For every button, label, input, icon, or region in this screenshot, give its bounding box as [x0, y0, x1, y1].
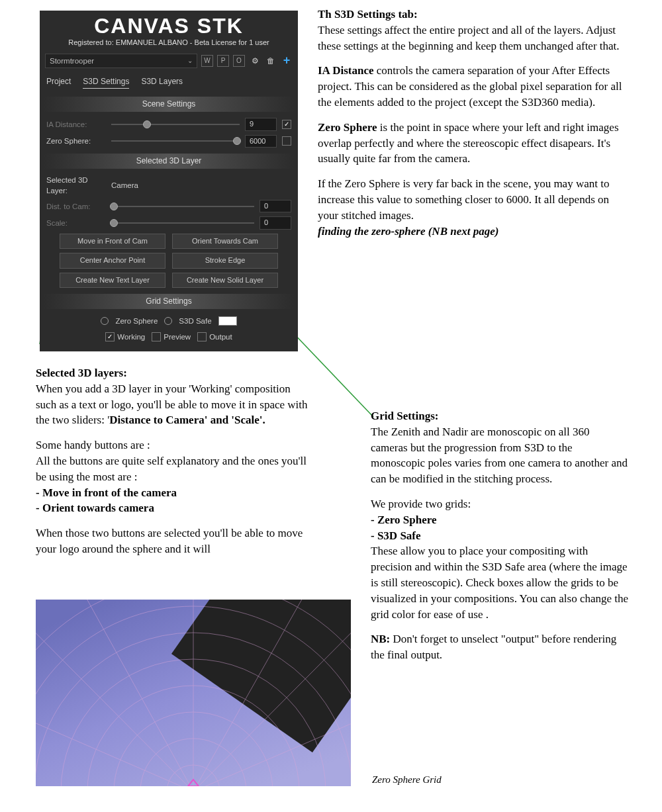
zero-heading: Zero Sphere [318, 121, 377, 134]
project-dropdown[interactable]: Stormtrooper ⌄ [45, 54, 197, 68]
grid-p2: We provide two grids: [371, 498, 471, 510]
article-left-mid: Selected 3D layers: When you add a 3D la… [36, 365, 314, 566]
ia-heading: IA Distance [318, 64, 374, 77]
image-caption: Zero Sphere Grid [372, 773, 442, 787]
svg-line-16 [36, 666, 193, 786]
move-front-button[interactable]: Move in Front of Cam [60, 234, 166, 249]
selected-layers-p4: When those two buttons are selected you'… [36, 527, 303, 555]
zero-sphere-radio[interactable] [101, 317, 109, 325]
selected-layers-li2: - Orient towards camera [36, 502, 154, 514]
panel-logo: CANVAS STK [44, 15, 294, 38]
zero-p4: If the Zero Sphere is very far back in t… [318, 177, 609, 222]
grid-heading: Grid Settings: [371, 410, 438, 422]
preview-label: Preview [164, 332, 191, 342]
grid-settings-header: Grid Settings [44, 294, 294, 309]
selected-layer-value: Camera [111, 180, 138, 191]
grid-p1: The Zenith and Nadir are monoscopic on a… [371, 426, 628, 485]
zero-sphere-slider[interactable] [111, 140, 240, 142]
grid-nb: NB: [371, 633, 390, 645]
new-text-button[interactable]: Create New Text Layer [60, 273, 166, 288]
project-name: Stormtrooper [50, 56, 94, 66]
dist-to-cam-label: Dist. to Cam: [46, 201, 106, 212]
dist-to-cam-value[interactable]: 0 [260, 200, 291, 212]
new-solid-button[interactable]: Create New Solid Layer [172, 273, 278, 288]
selected-layers-heading: Selected 3D layers: [36, 367, 127, 379]
center-anchor-button[interactable]: Center Anchor Point [60, 253, 166, 268]
ia-distance-checkbox[interactable] [282, 120, 291, 129]
plugin-panel: CANVAS STK Registered to: EMMANUEL ALBAN… [40, 11, 298, 351]
registered-line: Registered to: EMMANUEL ALBANO - Beta Li… [44, 38, 294, 48]
preview-checkbox[interactable] [152, 332, 161, 341]
grid-li1: - Zero Sphere [371, 514, 436, 526]
chevron-down-icon: ⌄ [187, 56, 193, 66]
grid-li2: - S3D Safe [371, 529, 421, 542]
gear-icon[interactable]: ⚙ [249, 55, 261, 67]
article-top-right: Th S3D Settings tab: These settings affe… [318, 7, 629, 248]
selected-layer-header: Selected 3D Layer [44, 154, 294, 169]
p-icon[interactable]: P [217, 55, 229, 67]
s3d-safe-radio-label: S3D Safe [179, 316, 211, 326]
zero-sphere-radio-label: Zero Sphere [115, 316, 158, 326]
tab-project[interactable]: Project [46, 76, 71, 89]
dist-to-cam-slider[interactable] [111, 206, 254, 207]
grid-color-swatch[interactable] [218, 316, 237, 326]
o-icon[interactable]: O [233, 55, 245, 67]
working-label: Working [117, 332, 145, 342]
plus-icon[interactable]: + [281, 55, 293, 67]
zero-sphere-grid-image [36, 600, 351, 786]
grid-p4b: Don't forget to unselect "output" before… [371, 633, 616, 661]
output-label: Output [209, 332, 232, 342]
w-icon[interactable]: W [201, 55, 213, 67]
article-right-mid: Grid Settings: The Zenith and Nadir are … [371, 408, 629, 672]
zero-sphere-checkbox[interactable] [282, 136, 291, 146]
scale-value[interactable]: 0 [260, 216, 291, 229]
trash-icon[interactable]: 🗑 [265, 55, 277, 67]
ia-distance-value[interactable]: 9 [245, 118, 277, 130]
svg-line-15 [193, 600, 320, 786]
svg-line-17 [193, 666, 351, 786]
s3d-safe-radio[interactable] [164, 317, 172, 325]
grid-p3: These allow you to place your compositin… [371, 545, 628, 620]
scene-settings-header: Scene Settings [44, 97, 294, 112]
output-checkbox[interactable] [197, 332, 207, 341]
tab-s3d-layers[interactable]: S3D Layers [141, 76, 183, 89]
selected-layers-p2: Some handy buttons are : [36, 439, 150, 451]
orient-button[interactable]: Orient Towards Cam [172, 234, 278, 249]
svg-line-14 [69, 600, 193, 786]
selected-layer-label: Selected 3D Layer: [46, 175, 106, 196]
ia-distance-slider[interactable] [111, 124, 240, 125]
zero-p4-italic: finding the zero-sphere (NB next page) [318, 225, 498, 238]
scale-label: Scale: [46, 218, 106, 228]
scale-slider[interactable] [111, 222, 254, 224]
s3d-tab-p1: These settings affect the entire project… [318, 24, 620, 52]
ia-distance-label: IA Distance: [46, 119, 106, 130]
zero-sphere-value[interactable]: 6000 [245, 135, 277, 148]
selected-layers-li1: - Move in front of the camera [36, 486, 177, 499]
zero-sphere-label: Zero Sphere: [46, 136, 106, 146]
stroke-edge-button[interactable]: Stroke Edge [172, 253, 278, 268]
selected-layers-p3: All the buttons are quite self explanato… [36, 455, 307, 483]
tab-s3d-settings[interactable]: S3D Settings [83, 76, 129, 89]
working-checkbox[interactable] [105, 332, 115, 341]
selected-layers-p1b: Distance to Camera' and 'Scale'. [109, 414, 265, 426]
s3d-tab-heading: Th S3D Settings tab: [318, 8, 418, 21]
